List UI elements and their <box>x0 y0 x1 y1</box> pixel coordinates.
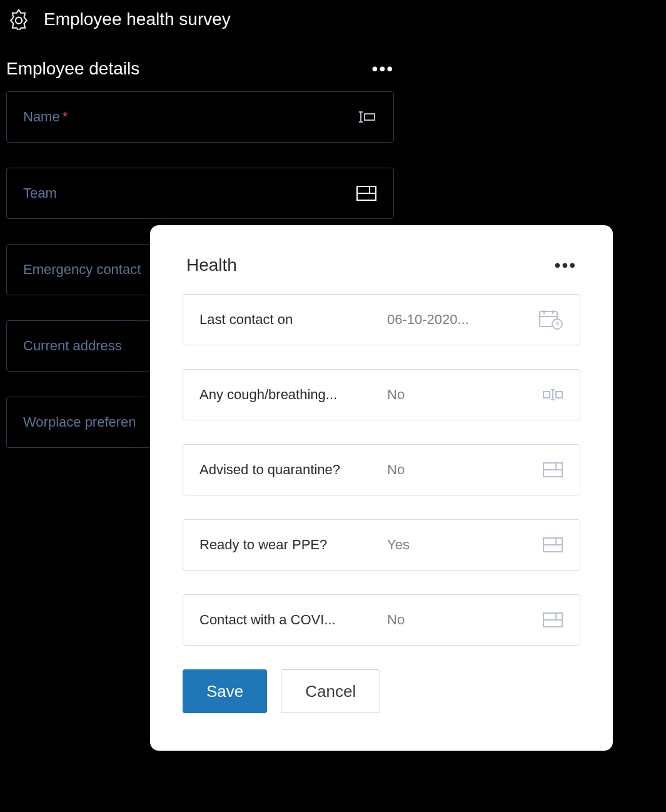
covid-contact-value: No <box>387 612 542 628</box>
cough-breathing-label: Any cough/breathing... <box>199 387 387 403</box>
quarantine-value: No <box>387 462 542 478</box>
name-label: Name <box>23 109 60 124</box>
team-field[interactable]: Team <box>6 168 394 219</box>
ppe-label: Ready to wear PPE? <box>199 537 387 553</box>
health-modal: Health ••• Last contact on 06-10-2020...… <box>150 225 613 751</box>
text-input-icon <box>542 387 563 402</box>
emergency-contact-label: Emergency contact <box>23 261 141 278</box>
more-icon[interactable]: ••• <box>372 59 394 79</box>
save-button[interactable]: Save <box>183 669 267 713</box>
table-icon <box>542 462 563 478</box>
name-field[interactable]: Name* <box>6 91 394 143</box>
health-title: Health <box>186 255 237 275</box>
app-header: Employee health survey <box>0 0 666 30</box>
current-address-label: Current address <box>23 338 122 354</box>
last-contact-value: 06-10-2020... <box>387 312 538 328</box>
svg-point-0 <box>16 18 22 24</box>
table-icon <box>356 185 377 201</box>
last-contact-field[interactable]: Last contact on 06-10-2020... <box>183 294 580 345</box>
ppe-value: Yes <box>387 537 542 553</box>
gear-icon <box>6 9 31 30</box>
table-icon <box>542 612 563 628</box>
covid-contact-field[interactable]: Contact with a COVI... No <box>183 594 580 646</box>
ppe-field[interactable]: Ready to wear PPE? Yes <box>183 519 580 571</box>
cough-breathing-value: No <box>387 387 542 403</box>
covid-contact-label: Contact with a COVI... <box>199 612 387 628</box>
svg-rect-1 <box>365 114 375 120</box>
svg-rect-11 <box>556 392 562 398</box>
more-icon[interactable]: ••• <box>555 255 577 275</box>
workplace-preference-label: Worplace preferen <box>23 414 136 430</box>
last-contact-label: Last contact on <box>199 312 387 328</box>
text-input-icon <box>356 109 377 124</box>
cancel-button[interactable]: Cancel <box>281 669 380 713</box>
required-marker: * <box>63 109 68 124</box>
team-label: Team <box>23 185 57 201</box>
employee-details-title: Employee details <box>6 59 139 79</box>
modal-actions: Save Cancel <box>183 669 580 713</box>
quarantine-field[interactable]: Advised to quarantine? No <box>183 444 580 495</box>
table-icon <box>542 537 563 553</box>
app-title: Employee health survey <box>44 9 231 29</box>
quarantine-label: Advised to quarantine? <box>199 462 387 478</box>
cough-breathing-field[interactable]: Any cough/breathing... No <box>183 369 580 420</box>
calendar-clock-icon <box>538 309 563 330</box>
svg-rect-10 <box>543 392 550 398</box>
